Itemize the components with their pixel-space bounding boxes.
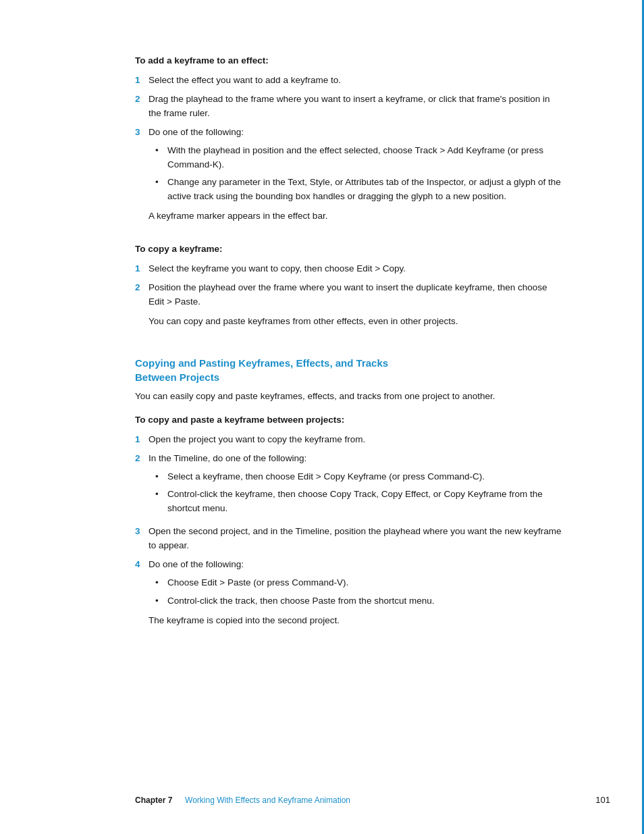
section3-intro: You can easily copy and paste keyframes,… [135,390,563,404]
section3-steps: 1 Open the project you want to copy the … [135,433,563,639]
step-text: Do one of the following: Choose Edit > P… [149,558,563,639]
section1-steps: 1 Select the effect you want to add a ke… [135,74,563,234]
list-item: 2 Position the playhead over the frame w… [135,281,563,340]
step-text: Select the keyframe you want to copy, th… [149,262,563,276]
step-text: In the Timeline, do one of the following… [149,452,563,521]
step-text: Select the effect you want to add a keyf… [149,74,563,88]
list-item: 1 Select the keyframe you want to copy, … [135,262,563,276]
step-text: Open the project you want to copy the ke… [149,433,563,447]
section2-heading: To copy a keyframe: [135,242,563,257]
footer-chapter-link: Working With Effects and Keyframe Animat… [185,794,350,807]
section3-title-line2: Between Projects [135,371,219,383]
bullet-item: Select a keyframe, then choose Edit > Co… [149,470,563,484]
section3-heading: To copy and paste a keyframe between pro… [135,413,563,427]
note-text: The keyframe is copied into the second p… [149,614,563,628]
bullet-item: Choose Edit > Paste (or press Command-V)… [149,576,563,590]
bullet-item: With the playhead in position and the ef… [149,144,563,172]
step-number: 2 [135,93,149,121]
note-text: A keyframe marker appears in the effect … [149,209,563,224]
step-number: 3 [135,126,149,235]
bullet-item: Control-click the keyframe, then choose … [149,488,563,516]
list-item: 3 Open the second project, and in the Ti… [135,525,563,553]
list-item: 1 Open the project you want to copy the … [135,433,563,447]
section2-steps: 1 Select the keyframe you want to copy, … [135,262,563,340]
footer-chapter-label: Chapter 7 [135,794,172,807]
list-item: 1 Select the effect you want to add a ke… [135,74,563,88]
note-text: You can copy and paste keyframes from ot… [149,315,563,329]
section3-title: Copying and Pasting Keyframes, Effects, … [135,356,563,384]
section1-heading: To add a keyframe to an effect: [135,54,563,68]
step-number: 2 [135,452,149,521]
bullet-item: Change any parameter in the Text, Style,… [149,176,563,204]
step-text: Open the second project, and in the Time… [149,525,563,553]
list-item: 2 In the Timeline, do one of the followi… [135,452,563,521]
bullet-list: With the playhead in position and the ef… [149,144,563,205]
page-content: To add a keyframe to an effect: 1 Select… [0,0,644,701]
footer-left: Chapter 7 Working With Effects and Keyfr… [135,794,350,807]
footer-page-number: 101 [595,793,610,807]
step-number: 2 [135,281,149,340]
step-number: 3 [135,525,149,553]
bullet-list: Select a keyframe, then choose Edit > Co… [149,470,563,517]
step-number: 1 [135,74,149,88]
step-text: Do one of the following: With the playhe… [149,126,563,235]
bullet-list: Choose Edit > Paste (or press Command-V)… [149,576,563,608]
page-footer: Chapter 7 Working With Effects and Keyfr… [0,793,644,807]
footer-separator [176,794,181,807]
list-item: 3 Do one of the following: With the play… [135,126,563,235]
step-number: 1 [135,433,149,447]
list-item: 2 Drag the playhead to the frame where y… [135,93,563,121]
list-item: 4 Do one of the following: Choose Edit >… [135,558,563,639]
step-text: Drag the playhead to the frame where you… [149,93,563,121]
step-number: 4 [135,558,149,639]
step-text: Position the playhead over the frame whe… [149,281,563,340]
section3-title-line1: Copying and Pasting Keyframes, Effects, … [135,357,388,369]
step-number: 1 [135,262,149,276]
bullet-item: Control-click the track, then choose Pas… [149,594,563,608]
